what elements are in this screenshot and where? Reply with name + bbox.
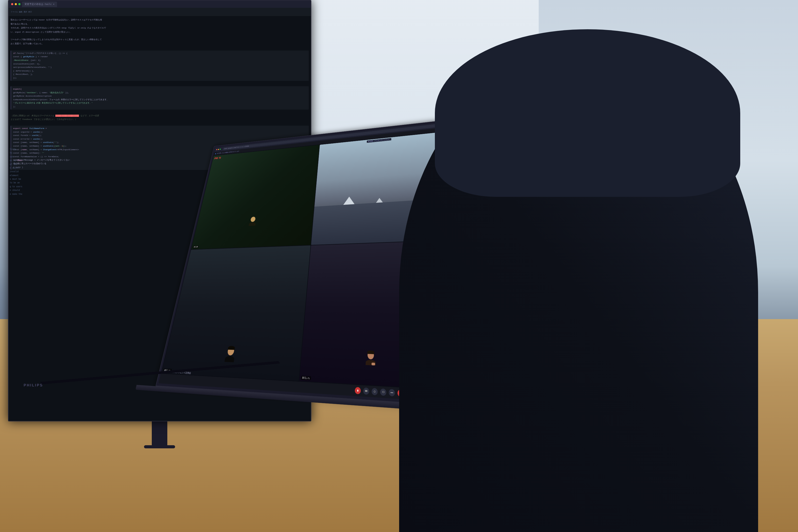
participant-label-1: 新元潤 — [193, 246, 199, 248]
more-button[interactable] — [389, 389, 395, 396]
editor-tab[interactable]: 変更予定の存在は.tailc × — [22, 2, 57, 7]
emoji-button[interactable] — [372, 388, 378, 395]
face-4 — [227, 346, 235, 355]
participant-label-5: 新元ふち — [301, 376, 311, 380]
minimize-dot[interactable] — [15, 3, 17, 5]
hair-5 — [367, 350, 375, 354]
hair-4 — [228, 346, 235, 350]
scene: 変更予定の存在は.tailc × ファイル 編集 選択 表示 lists ts … — [0, 0, 798, 532]
mic-button[interactable] — [355, 387, 361, 394]
video-cell-1: PR TI 新元潤 — [191, 145, 319, 249]
camera-button[interactable] — [363, 387, 369, 395]
editor-titlebar: 変更予定の存在は.tailc × — [8, 1, 311, 8]
person-silhouette — [399, 53, 758, 532]
maximize-button[interactable] — [220, 149, 221, 150]
code-block-2: expect( getByRole('textbox', { name: '組み… — [11, 86, 309, 110]
body-4 — [225, 356, 235, 362]
sidebar-overlay: lists ts set or a, then of the n object … — [8, 148, 22, 196]
code-toolbar: ファイル 編集 選択 表示 — [8, 8, 311, 16]
pr-logo: PR TI — [214, 156, 221, 160]
face-1 — [250, 217, 255, 222]
close-dot[interactable] — [11, 3, 13, 5]
minimize-button[interactable] — [218, 149, 219, 150]
window-controls — [216, 149, 221, 150]
maximize-dot[interactable] — [18, 3, 20, 5]
chat-button[interactable] — [380, 388, 386, 396]
monitor-brand-label: PHILIPS — [23, 383, 43, 387]
face-5 — [368, 351, 374, 360]
hand-5 — [372, 363, 375, 365]
body-1 — [249, 222, 256, 226]
code-block-1: if.fails('ツールチップのテキストが長いと、() => { const … — [11, 51, 309, 81]
monitor-stand — [152, 421, 167, 445]
monitor-base — [144, 445, 175, 448]
close-button[interactable] — [216, 149, 217, 150]
